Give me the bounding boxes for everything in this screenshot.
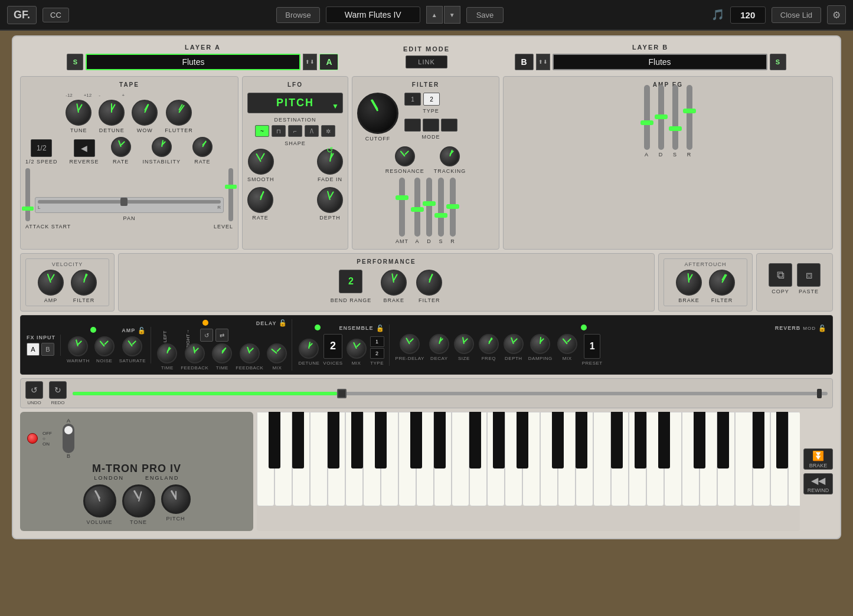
black-key[interactable] [351, 412, 363, 468]
copy-button[interactable]: ⧉ [769, 263, 792, 287]
black-key[interactable] [410, 412, 422, 468]
black-key[interactable] [611, 412, 623, 468]
black-key[interactable] [658, 412, 670, 468]
filter-mode-2-button[interactable] [423, 119, 439, 132]
black-key[interactable] [552, 412, 564, 468]
close-lid-button[interactable]: Close Lid [772, 7, 821, 23]
black-key[interactable] [469, 412, 481, 468]
cc-button[interactable]: CC [43, 8, 69, 22]
filter-mode-1-button[interactable] [404, 119, 421, 132]
volume-knob[interactable] [83, 484, 116, 517]
ab-switch[interactable] [63, 424, 74, 453]
filter-amt-slider[interactable] [399, 178, 405, 237]
pan-slider-thumb[interactable] [120, 198, 128, 206]
filter-type-2-button[interactable]: 2 [423, 93, 440, 106]
wave-saw-button[interactable]: /\ [305, 125, 319, 137]
next-preset-button[interactable]: ▼ [444, 6, 460, 24]
link-button[interactable]: LINK [406, 55, 447, 68]
attack-start-slider[interactable] [25, 168, 30, 221]
perf-filter-knob[interactable] [416, 270, 442, 296]
delay-sync-button[interactable]: ↺ [200, 329, 213, 342]
fx-a-button[interactable]: A [27, 343, 40, 356]
vel-filter-knob[interactable] [71, 270, 97, 296]
settings-button[interactable]: ⚙ [827, 5, 846, 24]
warmth-knob[interactable] [68, 336, 88, 356]
reverb-mix-knob[interactable] [557, 334, 577, 354]
filter-a-slider[interactable] [414, 178, 420, 237]
ensemble-voices-display[interactable]: 2 [323, 334, 342, 359]
ensemble-lock-icon[interactable]: 🔓 [376, 325, 384, 332]
undo-button[interactable]: ↺ [25, 381, 43, 399]
reverb-preset-display[interactable]: 1 [584, 334, 600, 359]
fade-in-knob[interactable]: ↺ [317, 149, 343, 175]
pitch-knob[interactable] [161, 484, 191, 514]
wave-sine-button[interactable]: ~ [255, 125, 269, 137]
black-key[interactable] [328, 412, 339, 468]
filter-s-slider[interactable] [438, 178, 444, 237]
black-key[interactable] [717, 412, 729, 468]
black-key[interactable] [517, 412, 528, 468]
smooth-knob[interactable] [248, 149, 274, 175]
reverb-size-knob[interactable] [454, 334, 474, 354]
filter-d-slider[interactable] [426, 178, 432, 237]
layer-a-badge-button[interactable]: A [319, 54, 338, 70]
reverb-freq-knob[interactable] [479, 334, 499, 354]
delay-lock-icon[interactable]: 🔓 [279, 319, 287, 327]
save-button[interactable]: Save [466, 7, 504, 23]
power-led[interactable] [27, 433, 38, 444]
wow-rate-knob[interactable] [111, 137, 131, 157]
delay-feedback-l-knob[interactable] [185, 343, 205, 363]
delay-time-l-knob[interactable] [157, 343, 177, 363]
delay-mix-knob[interactable] [267, 343, 287, 363]
flutter-knob[interactable] [166, 100, 192, 126]
amp-eg-d-slider[interactable] [658, 85, 664, 150]
instability-knob[interactable] [152, 137, 172, 157]
lfo-destination-display[interactable]: PITCH ▼ [247, 93, 343, 113]
browse-button[interactable]: Browse [276, 7, 319, 23]
black-key[interactable] [753, 412, 764, 468]
amp-eg-a-slider[interactable] [644, 85, 650, 150]
black-key[interactable] [635, 412, 646, 468]
wave-square-button[interactable]: ⊓ [272, 125, 286, 137]
layer-b-solo-button[interactable]: S [770, 54, 786, 70]
delay-time-r-knob[interactable] [212, 343, 232, 363]
detune-knob[interactable] [99, 100, 125, 126]
black-key[interactable] [694, 412, 705, 468]
paste-button[interactable]: ⧈ [797, 263, 821, 287]
amp-eg-s-slider[interactable] [672, 85, 678, 150]
flutter-rate-knob[interactable] [192, 137, 213, 157]
at-filter-knob[interactable] [709, 270, 735, 296]
amp-eg-r-slider[interactable] [687, 85, 692, 150]
layer-a-solo-button[interactable]: S [67, 54, 83, 70]
black-key[interactable] [493, 412, 505, 468]
layer-a-updown-button[interactable]: ⬆⬇ [303, 54, 317, 70]
layer-b-badge-button[interactable]: B [515, 54, 534, 70]
level-slider[interactable] [228, 168, 233, 221]
at-brake-knob[interactable] [676, 270, 702, 296]
reverse-button[interactable]: ◀ [74, 139, 95, 157]
pitch-slider-thumb[interactable] [337, 389, 347, 398]
lfo-rate-knob[interactable] [247, 187, 273, 213]
wave-random-button[interactable]: ✲ [321, 125, 335, 137]
brake-knob[interactable] [381, 270, 407, 296]
prev-preset-button[interactable]: ▲ [426, 6, 443, 24]
black-key[interactable] [292, 412, 304, 468]
wow-knob[interactable] [132, 100, 158, 126]
filter-r-slider[interactable] [450, 178, 456, 237]
vel-amp-knob[interactable] [38, 270, 64, 296]
reverb-damping-knob[interactable] [530, 334, 550, 354]
black-key[interactable] [375, 412, 387, 468]
amp-lock-icon[interactable]: 🔓 [138, 327, 146, 335]
ensemble-type-2-button[interactable]: 2 [370, 348, 384, 359]
redo-button[interactable]: ↻ [49, 381, 67, 399]
lfo-depth-knob[interactable] [317, 187, 343, 213]
filter-type-1-button[interactable]: 1 [404, 93, 421, 106]
layer-b-updown-button[interactable]: ⬆⬇ [536, 54, 550, 70]
half-speed-button[interactable]: 1/2 [31, 139, 52, 157]
delay-feedback-r-knob[interactable] [240, 343, 260, 363]
saturate-knob[interactable] [122, 336, 142, 356]
black-key[interactable] [576, 412, 587, 468]
tune-knob[interactable] [66, 100, 91, 126]
brake-side-button[interactable]: ⏬ BRAKE [803, 448, 833, 470]
rewind-side-button[interactable]: ◀◀ REWIND [803, 473, 833, 494]
